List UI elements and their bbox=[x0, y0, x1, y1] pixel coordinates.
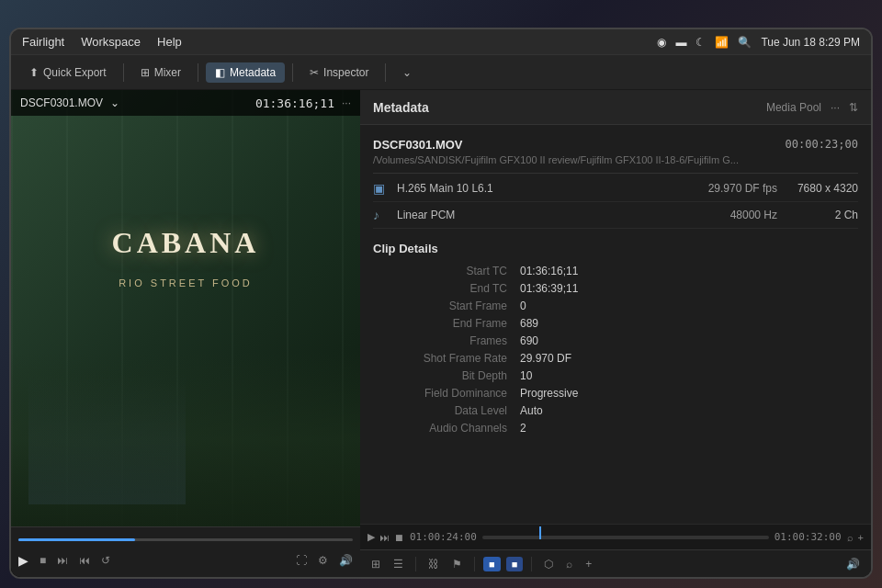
mixer-icon: ⊞ bbox=[141, 66, 150, 79]
moon-icon: ☾ bbox=[695, 36, 706, 49]
panel-header-right: Media Pool ··· ⇅ bbox=[766, 101, 858, 114]
detail-value: 2 bbox=[520, 422, 526, 435]
audio-codec-icon: ♪ bbox=[373, 208, 390, 222]
list-view-icon[interactable]: ☰ bbox=[390, 556, 407, 572]
tl-skip-icon[interactable]: ⏭ bbox=[379, 532, 390, 543]
detail-label: Bit Depth bbox=[373, 369, 520, 382]
skip-backward-button[interactable]: ⏮ bbox=[79, 554, 90, 567]
panel-title: Metadata bbox=[373, 100, 429, 115]
clip-duration: 00:00:23;00 bbox=[786, 138, 858, 151]
detail-value: Progressive bbox=[520, 387, 578, 400]
timeline-cursor bbox=[539, 526, 541, 539]
plus-icon[interactable]: + bbox=[582, 556, 595, 572]
inspector-button[interactable]: ✂ Inspector bbox=[300, 62, 378, 83]
metadata-button[interactable]: ◧ Metadata bbox=[206, 62, 285, 83]
signal-icon: 📶 bbox=[715, 36, 729, 49]
bt-divider-2 bbox=[474, 557, 475, 571]
menu-workspace[interactable]: Workspace bbox=[81, 35, 141, 49]
detail-value: 29.970 DF bbox=[520, 352, 571, 365]
clip-filename: DSCF0301.MOV bbox=[373, 138, 739, 152]
video-codec-row: ▣ H.265 Main 10 L6.1 29.970 DF fps 7680 … bbox=[373, 181, 858, 202]
stop-button[interactable]: ■ bbox=[40, 554, 46, 567]
inspector-icon: ✂ bbox=[310, 66, 319, 79]
menu-help[interactable]: Help bbox=[157, 35, 182, 49]
detail-value: 0 bbox=[520, 300, 526, 312]
detail-value: 689 bbox=[520, 317, 538, 330]
sort-icon[interactable]: ⇅ bbox=[849, 101, 858, 114]
detail-row: Data LevelAuto bbox=[373, 404, 858, 417]
detail-row: Audio Channels2 bbox=[373, 422, 858, 435]
flag-icon[interactable]: ⚑ bbox=[448, 556, 466, 572]
video-options-menu[interactable]: ··· bbox=[342, 96, 351, 109]
clip-info-left: DSCF0301.MOV /Volumes/SANDISK/Fujifilm G… bbox=[373, 138, 739, 165]
video-fps: 29.970 DF fps bbox=[708, 182, 777, 195]
mixer-button[interactable]: ⊞ Mixer bbox=[131, 62, 190, 83]
media-pool-label: Media Pool bbox=[766, 101, 821, 114]
filename-dropdown-icon[interactable]: ⌄ bbox=[110, 96, 119, 109]
zoom-icon[interactable]: ⌕ bbox=[847, 532, 854, 543]
clip-info-row: DSCF0301.MOV /Volumes/SANDISK/Fujifilm G… bbox=[373, 138, 858, 174]
detail-value: 10 bbox=[520, 369, 532, 382]
timeline-track[interactable] bbox=[482, 536, 769, 539]
menu-fairlight[interactable]: Fairlight bbox=[22, 35, 64, 49]
detail-rows-container: Start TC01:36:16;11End TC01:36:39;11Star… bbox=[373, 265, 858, 435]
detail-row: End TC01:36:39;11 bbox=[373, 282, 858, 295]
tl-end-icon[interactable]: ⏹ bbox=[394, 532, 404, 543]
detail-label: End TC bbox=[373, 282, 520, 295]
video-resolution: 7680 x 4320 bbox=[785, 182, 858, 195]
detail-value: 01:36:39;11 bbox=[520, 282, 578, 295]
tl-play-icon[interactable]: ▶ bbox=[368, 531, 375, 543]
clip-path: /Volumes/SANDISK/Fujifilm GFX100 II revi… bbox=[373, 154, 739, 165]
skip-forward-button[interactable]: ⏭ bbox=[57, 554, 68, 567]
expand-button[interactable]: ⌄ bbox=[393, 62, 421, 83]
playback-controls: ▶ ■ ⏭ ⏮ ↺ ⛶ ⚙ 🔊 bbox=[18, 553, 353, 568]
settings-icon[interactable]: ⚙ bbox=[318, 554, 328, 567]
detail-row: Bit Depth10 bbox=[373, 369, 858, 382]
detail-row: End Frame689 bbox=[373, 317, 858, 330]
detail-row: Shot Frame Rate29.970 DF bbox=[373, 352, 858, 365]
transform-icon[interactable]: ⬡ bbox=[540, 556, 557, 572]
video-codec-info: H.265 Main 10 L6.1 bbox=[397, 182, 701, 195]
detail-row: Field DominanceProgressive bbox=[373, 387, 858, 400]
fullscreen-icon[interactable]: ⛶ bbox=[296, 554, 307, 567]
wifi-icon: ◉ bbox=[657, 36, 666, 49]
timeline-controls: ▶ ⏭ ⏹ bbox=[368, 531, 404, 543]
panel-content: DSCF0301.MOV /Volumes/SANDISK/Fujifilm G… bbox=[360, 125, 871, 524]
volume-icon[interactable]: 🔊 bbox=[339, 554, 353, 567]
tables-area bbox=[28, 374, 186, 505]
detail-label: Field Dominance bbox=[373, 387, 520, 400]
audio-codec-row: ♪ Linear PCM 48000 Hz 2 Ch bbox=[373, 208, 858, 229]
video-preview: CABANA RIO STREET FOOD DSCF0301.MOV ⌄ 01… bbox=[11, 90, 360, 526]
detail-value: 01:36:16;11 bbox=[520, 265, 578, 277]
search-icon[interactable]: 🔍 bbox=[738, 36, 752, 49]
play-button[interactable]: ▶ bbox=[18, 553, 28, 568]
audio-ch: 2 Ch bbox=[785, 209, 858, 221]
film-mode-button-2[interactable]: ■ bbox=[506, 557, 524, 571]
menu-bar-right: ◉ ▬ ☾ 📶 🔍 Tue Jun 18 8:29 PM bbox=[657, 36, 860, 49]
detail-value: Auto bbox=[520, 404, 543, 417]
zoom-in-icon[interactable]: + bbox=[858, 532, 864, 543]
system-time: Tue Jun 18 8:29 PM bbox=[761, 36, 860, 49]
bt-divider-3 bbox=[531, 557, 532, 571]
bt-divider-1 bbox=[415, 557, 416, 571]
film-mode-button[interactable]: ■ bbox=[483, 557, 501, 571]
link-icon[interactable]: ⛓ bbox=[424, 556, 443, 572]
detail-value: 690 bbox=[520, 334, 538, 347]
zoom-tool-icon[interactable]: ⌕ bbox=[562, 556, 576, 572]
bottom-toolbar: ⊞ ☰ ⛓ ⚑ ■ ■ ⬡ ⌕ + 🔊 bbox=[360, 549, 871, 577]
quick-export-button[interactable]: ⬆ Quick Export bbox=[20, 62, 116, 83]
cabana-sign: CABANA bbox=[112, 226, 260, 260]
grid-view-icon[interactable]: ⊞ bbox=[368, 556, 384, 572]
main-area: CABANA RIO STREET FOOD DSCF0301.MOV ⌄ 01… bbox=[11, 90, 871, 577]
export-icon: ⬆ bbox=[29, 66, 39, 79]
volume-bottom-icon[interactable]: 🔊 bbox=[842, 556, 864, 572]
detail-label: Audio Channels bbox=[373, 422, 520, 435]
menu-bar: Fairlight Workspace Help ◉ ▬ ☾ 📶 🔍 Tue J… bbox=[11, 29, 871, 55]
cabana-tagline: RIO STREET FOOD bbox=[119, 277, 253, 288]
timeline-progress bbox=[18, 538, 135, 541]
panel-header: Metadata Media Pool ··· ⇅ bbox=[360, 90, 871, 125]
metadata-panel: Metadata Media Pool ··· ⇅ DSCF0301.MOV /… bbox=[360, 90, 871, 577]
dots-icon[interactable]: ··· bbox=[831, 101, 840, 114]
timeline-scrub-bar[interactable] bbox=[18, 538, 353, 541]
loop-button[interactable]: ↺ bbox=[101, 554, 110, 567]
